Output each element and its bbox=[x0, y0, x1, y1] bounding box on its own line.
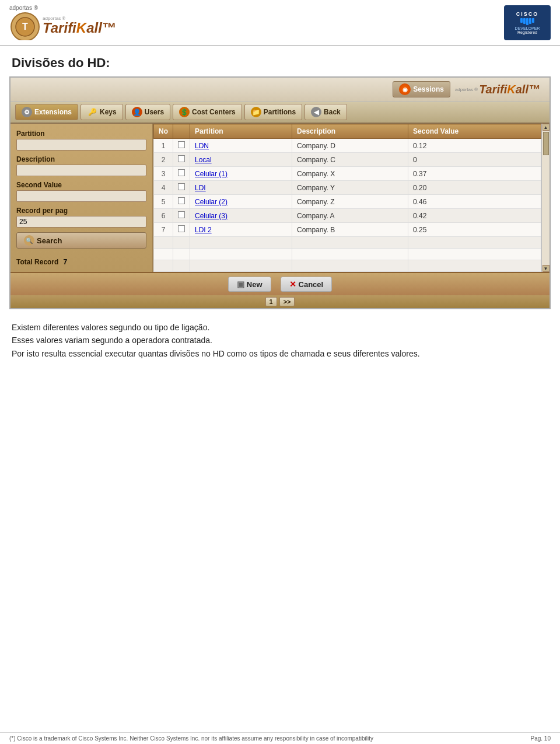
partitions-icon: 📁 bbox=[251, 107, 261, 117]
footer-left: (*) Cisco is a trademark of Cisco System… bbox=[9, 735, 373, 742]
cell-no: 5 bbox=[154, 195, 173, 209]
table-row: 1 LDN Company. D 0.12 bbox=[154, 139, 541, 153]
scroll-down-button[interactable]: ▼ bbox=[542, 265, 550, 272]
search-label: Search bbox=[37, 236, 62, 245]
nav-cost-centers[interactable]: 💲 Cost Centers bbox=[173, 104, 242, 120]
table-scroll-area: No Partition Description Second Value 1 … bbox=[153, 124, 541, 272]
page-header: adportas ® T adportas ® TarifiKall™ CISC… bbox=[0, 0, 560, 46]
app-header: ◉ Sessions adportas ® TarifiKall™ bbox=[10, 78, 550, 102]
cell-second-value: 0.37 bbox=[408, 167, 541, 181]
nav-cost-centers-label: Cost Centers bbox=[192, 108, 236, 116]
cell-partition[interactable]: Celular (3) bbox=[190, 209, 292, 223]
cisco-bars bbox=[520, 18, 534, 25]
sidebar: Partition Description Second Value Recor… bbox=[10, 124, 153, 272]
cell-partition[interactable]: LDN bbox=[190, 139, 292, 153]
svg-text:T: T bbox=[22, 22, 28, 32]
cell-second-value: 0.46 bbox=[408, 195, 541, 209]
nav-partitions-label: Partitions bbox=[264, 108, 296, 116]
nav-keys[interactable]: 🔑 Keys bbox=[80, 104, 123, 120]
cell-check[interactable] bbox=[173, 139, 190, 153]
main-content: Partition Description Second Value Recor… bbox=[10, 124, 550, 272]
registered-label: Registered bbox=[517, 30, 537, 34]
nav-partitions[interactable]: 📁 Partitions bbox=[244, 104, 302, 120]
new-label: New bbox=[247, 280, 262, 289]
cell-partition[interactable]: LDI bbox=[190, 181, 292, 195]
adportas-app: adportas ® bbox=[455, 87, 478, 92]
table-row: 6 Celular (3) Company. A 0.42 bbox=[154, 209, 541, 223]
nav-users[interactable]: 👤 Users bbox=[125, 104, 170, 120]
nav-extensions[interactable]: ⚙ Extensions bbox=[15, 104, 78, 120]
total-record-label: Total Record bbox=[16, 258, 58, 266]
footer-right: Pag. 10 bbox=[531, 735, 551, 742]
nav-back-label: Back bbox=[324, 108, 341, 116]
cell-second-value: 0.42 bbox=[408, 209, 541, 223]
nav-bar: ⚙ Extensions 🔑 Keys 👤 Users 💲 Cost Cente… bbox=[10, 102, 550, 124]
col-second-value: Second Value bbox=[408, 124, 541, 139]
sessions-label: Sessions bbox=[413, 85, 444, 93]
extensions-icon: ⚙ bbox=[22, 107, 32, 117]
total-record: Total Record 7 bbox=[16, 258, 146, 266]
logo-left: adportas ® T adportas ® TarifiKall™ bbox=[9, 5, 116, 40]
partition-field: Partition bbox=[16, 130, 146, 151]
search-button[interactable]: 🔍 Search bbox=[16, 232, 146, 249]
cisco-logo: CISCO DEVELOPER Registered bbox=[504, 5, 551, 40]
page-1-button[interactable]: 1 bbox=[265, 297, 277, 306]
nav-keys-label: Keys bbox=[100, 108, 117, 116]
cancel-icon: ✕ bbox=[289, 280, 296, 289]
description-input[interactable] bbox=[16, 165, 146, 176]
col-check bbox=[173, 124, 190, 139]
search-icon: 🔍 bbox=[24, 235, 34, 246]
nav-extensions-label: Extensions bbox=[34, 108, 72, 116]
table-row: 4 LDI Company. Y 0.20 bbox=[154, 181, 541, 195]
table-row-empty bbox=[154, 260, 541, 272]
cell-second-value: 0.25 bbox=[408, 223, 541, 237]
col-partition: Partition bbox=[190, 124, 292, 139]
scrollbar[interactable]: ▲ ▼ bbox=[541, 124, 550, 272]
description-field: Description bbox=[16, 155, 146, 176]
cell-partition[interactable]: Local bbox=[190, 153, 292, 167]
cell-description: Company. Z bbox=[292, 195, 408, 209]
logo-icon: T bbox=[9, 11, 41, 40]
cisco-label: CISCO bbox=[516, 11, 539, 17]
scroll-thumb[interactable] bbox=[543, 132, 549, 155]
developer-label: DEVELOPER bbox=[515, 26, 540, 30]
cost-centers-icon: 💲 bbox=[179, 107, 190, 117]
cancel-button[interactable]: ✕ Cancel bbox=[281, 277, 332, 292]
total-record-value: 7 bbox=[63, 258, 67, 266]
body-line-3: Por isto resulta essencial executar quan… bbox=[12, 347, 548, 360]
record-per-pag-input[interactable] bbox=[16, 216, 146, 228]
new-button[interactable]: ▣ New bbox=[228, 277, 271, 292]
second-value-input[interactable] bbox=[16, 190, 146, 202]
table-row: 7 LDI 2 Company. B 0.25 bbox=[154, 223, 541, 237]
app-logo: adportas ® TarifiKall™ bbox=[455, 83, 540, 96]
cell-second-value: 0.20 bbox=[408, 181, 541, 195]
cell-description: Company. B bbox=[292, 223, 408, 237]
sessions-button[interactable]: ◉ Sessions bbox=[393, 81, 450, 97]
table-row-empty bbox=[154, 237, 541, 249]
cell-check[interactable] bbox=[173, 181, 190, 195]
body-line-2: Esses valores variam segundo a operadora… bbox=[12, 334, 548, 347]
partition-input[interactable] bbox=[16, 139, 146, 151]
col-description: Description bbox=[292, 124, 408, 139]
page-next-button[interactable]: >> bbox=[279, 297, 295, 306]
cell-description: Company. A bbox=[292, 209, 408, 223]
cell-check[interactable] bbox=[173, 167, 190, 181]
cell-check[interactable] bbox=[173, 209, 190, 223]
description-label: Description bbox=[16, 155, 146, 163]
cell-partition[interactable]: LDI 2 bbox=[190, 223, 292, 237]
scroll-up-button[interactable]: ▲ bbox=[542, 124, 550, 131]
cell-check[interactable] bbox=[173, 153, 190, 167]
cell-description: Company. Y bbox=[292, 181, 408, 195]
table-row: 3 Celular (1) Company. X 0.37 bbox=[154, 167, 541, 181]
nav-back[interactable]: ◀ Back bbox=[304, 104, 347, 120]
adportas-label: adportas ® bbox=[9, 5, 116, 11]
table-container: No Partition Description Second Value 1 … bbox=[153, 124, 550, 272]
cell-partition[interactable]: Celular (2) bbox=[190, 195, 292, 209]
cell-second-value: 0 bbox=[408, 153, 541, 167]
cell-check[interactable] bbox=[173, 223, 190, 237]
col-no: No bbox=[154, 124, 173, 139]
keys-icon: 🔑 bbox=[87, 107, 97, 117]
cell-check[interactable] bbox=[173, 195, 190, 209]
cell-description: Company. D bbox=[292, 139, 408, 153]
cell-partition[interactable]: Celular (1) bbox=[190, 167, 292, 181]
